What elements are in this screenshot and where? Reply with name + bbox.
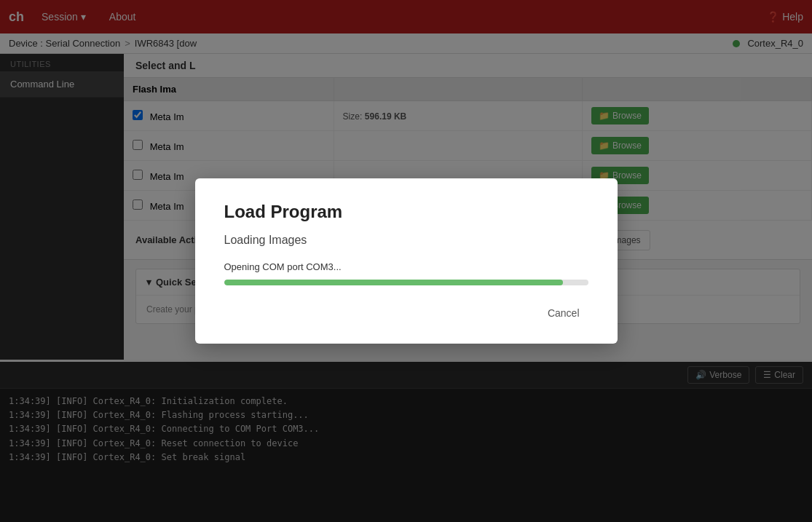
progress-bar-fill xyxy=(224,280,563,285)
modal-title: Load Program xyxy=(224,202,588,222)
load-program-modal: Load Program Loading Images Opening COM … xyxy=(195,178,618,344)
modal-overlay: Load Program Loading Images Opening COM … xyxy=(0,0,812,522)
modal-status: Opening COM port COM3... xyxy=(224,261,588,272)
progress-bar-container xyxy=(224,280,588,285)
modal-subtitle: Loading Images xyxy=(224,234,588,247)
modal-actions: Cancel xyxy=(224,303,588,323)
cancel-button[interactable]: Cancel xyxy=(539,303,588,323)
